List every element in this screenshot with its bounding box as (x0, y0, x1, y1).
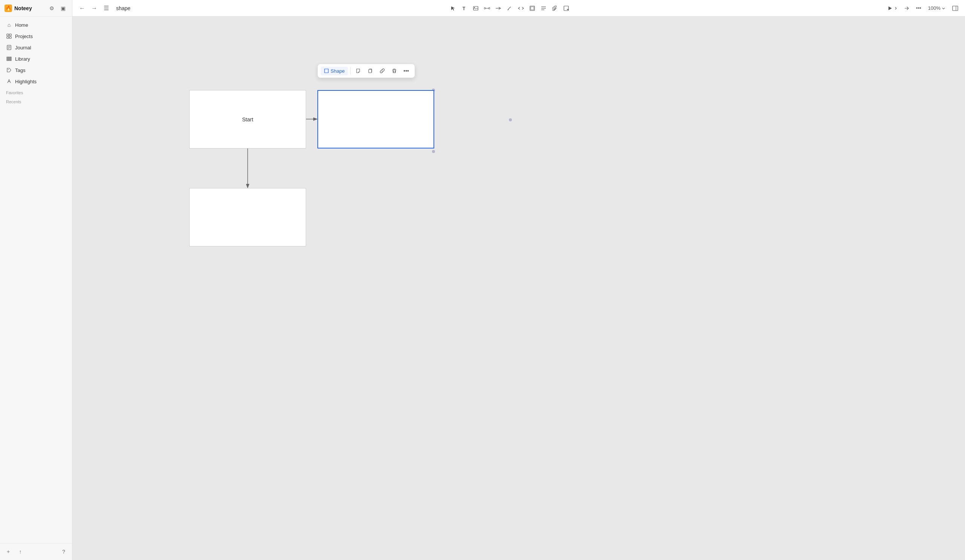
toolbar-divider-1 (350, 67, 350, 75)
connection-dot-right[interactable] (509, 118, 512, 121)
svg-rect-27 (953, 6, 958, 11)
panel-toggle[interactable] (950, 4, 960, 12)
more-button[interactable]: ••• (914, 4, 924, 12)
sidebar-item-highlights-label: Highlights (15, 79, 36, 85)
svg-rect-11 (11, 57, 11, 61)
zoom-label: 100% (928, 5, 940, 11)
frame-tool[interactable] (527, 3, 538, 13)
sidebar-nav: ⌂ Home Projects Journal Library Tags (0, 16, 72, 543)
shape-right[interactable] (317, 90, 434, 149)
svg-rect-31 (369, 69, 372, 73)
sidebar-item-home-label: Home (15, 22, 28, 28)
connector-tool[interactable] (482, 3, 492, 13)
svg-rect-1 (10, 34, 11, 36)
shape-start-label: Start (242, 116, 254, 122)
topbar: ← → ☰ shape T (72, 0, 965, 16)
zoom-control[interactable]: 100% (926, 4, 948, 12)
shape-button[interactable]: Shape (321, 67, 348, 75)
svg-rect-8 (7, 57, 8, 61)
sidebar-item-highlights[interactable]: Highlights (3, 76, 69, 87)
sidebar-item-tags-label: Tags (15, 67, 25, 73)
settings-icon[interactable]: ⚙ (47, 4, 56, 13)
upload-button[interactable]: ↑ (15, 547, 26, 557)
delete-button[interactable] (389, 65, 399, 76)
home-icon: ⌂ (6, 22, 12, 28)
highlights-icon (6, 78, 12, 85)
svg-rect-3 (10, 36, 11, 38)
svg-point-18 (489, 8, 490, 9)
svg-rect-10 (10, 57, 10, 61)
svg-rect-2 (7, 36, 9, 38)
help-button[interactable]: ? (59, 547, 69, 557)
code-tool[interactable] (516, 3, 526, 13)
svg-point-16 (474, 7, 474, 8)
floating-toolbar: Shape ••• (317, 64, 415, 78)
link-button[interactable] (377, 65, 388, 76)
add-button[interactable]: ＋ (3, 547, 13, 557)
sidebar-item-home[interactable]: ⌂ Home (3, 20, 69, 30)
sidebar-item-projects-label: Projects (15, 34, 33, 39)
svg-text:T: T (463, 6, 466, 11)
recents-section-label: Recents (3, 96, 69, 106)
back-button[interactable]: ← (77, 3, 87, 13)
page-title: shape (116, 5, 131, 11)
menu-button[interactable]: ☰ (101, 3, 111, 13)
shape-label: Shape (330, 68, 345, 74)
main-area: ← → ☰ shape T (72, 0, 965, 560)
sidebar-item-journal-label: Journal (15, 45, 31, 51)
toolbar-tools: T (135, 3, 884, 13)
tags-icon (6, 67, 12, 73)
sidebar-item-journal[interactable]: Journal (3, 42, 69, 53)
sidebar-toggle-icon[interactable]: ▣ (59, 4, 67, 13)
favorites-section-label: Favorites (3, 87, 69, 96)
connection-dot-bottom[interactable] (432, 150, 435, 153)
attachment-tool[interactable] (550, 3, 560, 13)
shape-bottom[interactable] (189, 188, 306, 247)
svg-point-12 (8, 69, 9, 70)
text-tool[interactable]: T (459, 3, 470, 13)
sidebar-item-tags[interactable]: Tags (3, 65, 69, 75)
canvas[interactable]: Shape ••• Start (72, 16, 965, 560)
app-logo: 🔥 (5, 5, 12, 12)
topbar-right: ••• 100% (885, 4, 960, 12)
library-icon (6, 56, 12, 62)
shape-start[interactable]: Start (189, 90, 306, 149)
app-name: Noteey (14, 5, 45, 11)
more-options-button[interactable]: ••• (401, 65, 412, 76)
svg-rect-0 (7, 34, 9, 36)
image-tool[interactable] (470, 3, 481, 13)
select-tool[interactable] (448, 3, 458, 13)
play-button[interactable] (885, 5, 900, 12)
export-button[interactable] (353, 65, 363, 76)
note-tool[interactable] (561, 3, 571, 13)
forward-button[interactable]: → (89, 3, 100, 13)
pen-tool[interactable] (504, 3, 515, 13)
share-button[interactable] (902, 4, 911, 12)
svg-rect-22 (531, 7, 534, 10)
copy-button[interactable] (365, 65, 375, 76)
sidebar-footer: ＋ ↑ ? (0, 543, 72, 560)
journal-icon (6, 44, 12, 51)
arrow-tool[interactable] (493, 3, 504, 13)
sidebar: 🔥 Noteey ⚙ ▣ ⌂ Home Projects Journal Lib… (0, 0, 72, 560)
svg-rect-9 (8, 57, 9, 61)
sidebar-item-projects[interactable]: Projects (3, 31, 69, 41)
list-tool[interactable] (538, 3, 549, 13)
sidebar-item-library-label: Library (15, 56, 30, 62)
svg-point-17 (484, 8, 486, 9)
sidebar-item-library[interactable]: Library (3, 54, 69, 64)
sidebar-header: 🔥 Noteey ⚙ ▣ (0, 0, 72, 16)
projects-icon (6, 33, 12, 39)
